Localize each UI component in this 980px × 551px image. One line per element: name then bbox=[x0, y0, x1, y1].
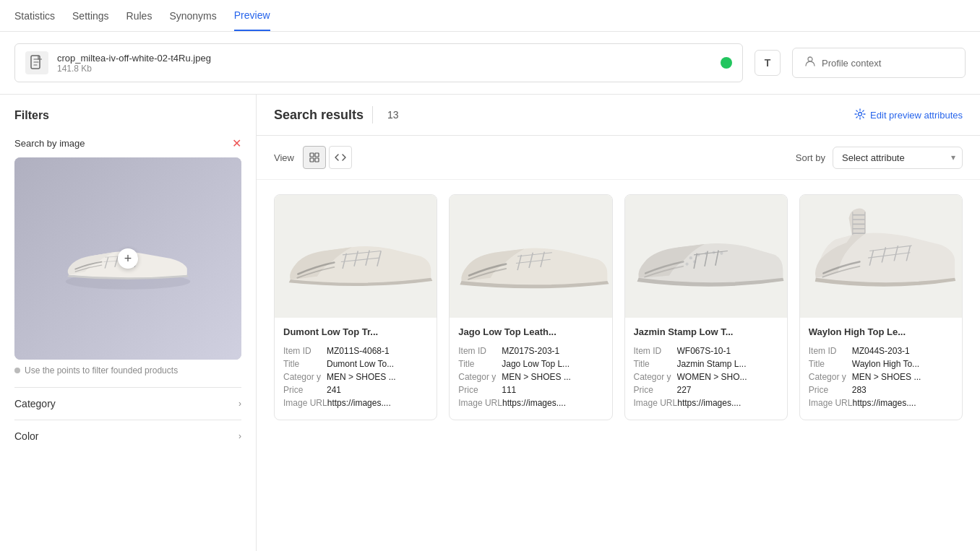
nav-synonyms[interactable]: Synonyms bbox=[169, 1, 216, 30]
color-filter[interactable]: Color › bbox=[14, 420, 241, 452]
file-icon bbox=[25, 51, 48, 74]
profile-context[interactable]: Profile context bbox=[792, 48, 966, 78]
gear-icon bbox=[854, 108, 866, 122]
nav-statistics[interactable]: Statistics bbox=[14, 1, 55, 30]
svg-rect-9 bbox=[315, 153, 319, 157]
file-info: crop_miltea-iv-off-white-02-t4Ru.jpeg 14… bbox=[57, 53, 712, 74]
nav-settings[interactable]: Settings bbox=[72, 1, 109, 30]
product-name: Jazmin Stamp Low T... bbox=[634, 326, 778, 337]
grid-view-button[interactable] bbox=[303, 146, 326, 169]
image-hint: Use the points to filter founded product… bbox=[14, 365, 241, 376]
close-search-icon[interactable]: ✕ bbox=[232, 136, 241, 150]
status-dot bbox=[721, 57, 732, 69]
code-view-button[interactable] bbox=[329, 146, 352, 169]
sort-controls: Sort by Select attributePriceTitleItem I… bbox=[796, 147, 963, 169]
svg-rect-8 bbox=[310, 153, 314, 157]
svg-point-24 bbox=[685, 263, 688, 266]
toolbar: View Sort by bbox=[257, 136, 980, 180]
search-results-title: Search results bbox=[274, 108, 364, 123]
file-input-area[interactable]: crop_miltea-iv-off-white-02-t4Ru.jpeg 14… bbox=[14, 43, 743, 82]
content-area: Search results 13 Edit preview attribute… bbox=[257, 95, 980, 551]
product-card: Waylon High Top Le... Item IDMZ044S-203-… bbox=[799, 194, 963, 420]
edit-preview-label: Edit preview attributes bbox=[870, 110, 963, 121]
product-card: Jazmin Stamp Low T... Item IDWF067S-10-1… bbox=[624, 194, 788, 420]
product-image bbox=[275, 195, 437, 318]
text-button[interactable]: T bbox=[755, 50, 781, 76]
color-label: Color bbox=[14, 430, 38, 442]
category-label: Category bbox=[14, 398, 56, 409]
color-chevron-icon: › bbox=[238, 431, 241, 441]
product-details: Dumont Low Top Tr... Item IDMZ011S-4068-… bbox=[275, 318, 437, 420]
content-header: Search results 13 Edit preview attribute… bbox=[257, 95, 980, 136]
product-details: Jazmin Stamp Low T... Item IDWF067S-10-1… bbox=[625, 318, 787, 420]
svg-point-23 bbox=[720, 252, 723, 255]
file-status bbox=[721, 57, 732, 69]
file-bar: crop_miltea-iv-off-white-02-t4Ru.jpeg 14… bbox=[0, 32, 980, 95]
svg-point-7 bbox=[859, 112, 862, 116]
add-point-icon[interactable]: + bbox=[118, 248, 138, 269]
svg-point-1 bbox=[808, 57, 812, 61]
top-navigation: Statistics Settings Rules Synonyms Previ… bbox=[0, 0, 980, 32]
sidebar: Filters Search by image ✕ bbox=[0, 95, 257, 551]
product-grid: Dumont Low Top Tr... Item IDMZ011S-4068-… bbox=[257, 180, 980, 435]
image-preview: + bbox=[14, 157, 241, 360]
product-details: Jago Low Top Leath... Item IDMZ017S-203-… bbox=[450, 318, 611, 420]
search-by-image-label: Search by image bbox=[14, 138, 85, 149]
product-details: Waylon High Top Le... Item IDMZ044S-203-… bbox=[800, 318, 962, 420]
main-layout: Filters Search by image ✕ bbox=[0, 95, 980, 551]
product-image bbox=[800, 195, 962, 318]
svg-rect-10 bbox=[310, 158, 314, 162]
nav-rules[interactable]: Rules bbox=[126, 1, 152, 30]
view-label: View bbox=[274, 152, 294, 163]
product-image bbox=[625, 195, 787, 318]
sort-label: Sort by bbox=[796, 152, 825, 163]
sort-select-wrapper: Select attributePriceTitleItem ID bbox=[833, 147, 963, 169]
results-count-badge: 13 bbox=[387, 109, 399, 121]
category-chevron-icon: › bbox=[238, 399, 241, 409]
product-card: Jago Low Top Leath... Item IDMZ017S-203-… bbox=[449, 194, 612, 420]
product-name: Waylon High Top Le... bbox=[809, 326, 953, 337]
product-name: Jago Low Top Leath... bbox=[458, 326, 603, 337]
search-label-row: Search by image ✕ bbox=[14, 136, 241, 150]
view-controls: View bbox=[274, 146, 352, 169]
edit-preview-attributes-button[interactable]: Edit preview attributes bbox=[854, 108, 963, 122]
product-card: Dumont Low Top Tr... Item IDMZ011S-4068-… bbox=[274, 194, 437, 420]
file-name: crop_miltea-iv-off-white-02-t4Ru.jpeg bbox=[57, 53, 712, 64]
svg-point-19 bbox=[689, 256, 692, 259]
sidebar-title: Filters bbox=[14, 109, 241, 122]
product-name: Dumont Low Top Tr... bbox=[283, 326, 428, 337]
search-by-image-section: Search by image ✕ bbox=[14, 136, 241, 376]
nav-preview[interactable]: Preview bbox=[234, 1, 270, 31]
sort-select[interactable]: Select attributePriceTitleItem ID bbox=[833, 147, 963, 169]
svg-rect-11 bbox=[315, 158, 319, 162]
category-filter[interactable]: Category › bbox=[14, 387, 241, 420]
file-size: 141.8 Kb bbox=[57, 64, 712, 74]
profile-icon bbox=[804, 56, 816, 70]
product-image bbox=[450, 195, 611, 318]
profile-context-label: Profile context bbox=[822, 58, 881, 69]
